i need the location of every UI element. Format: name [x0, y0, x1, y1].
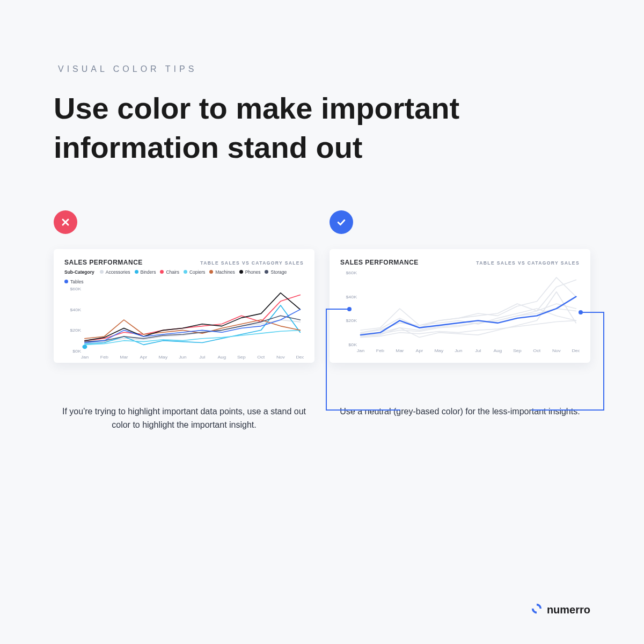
legend-item: Binders — [135, 269, 156, 275]
legend-label: Tables — [70, 279, 84, 284]
comparison-row: SALES PERFORMANCE TABLE SALES VS CATAGOR… — [54, 210, 590, 432]
right-chart-card: SALES PERFORMANCE TABLE SALES VS CATAGOR… — [330, 249, 590, 363]
right-caption: Use a neutral (grey-based color) for the… — [330, 405, 590, 419]
svg-text:Jan: Jan — [357, 348, 365, 353]
svg-text:Oct: Oct — [257, 354, 265, 359]
svg-text:Jan: Jan — [81, 354, 89, 359]
legend-swatch — [239, 270, 243, 274]
legend-item: Phones — [239, 269, 261, 275]
legend-label: Phones — [245, 269, 261, 275]
svg-text:$0K: $0K — [72, 348, 81, 353]
eyebrow-text: VISUAL COLOR TIPS — [58, 64, 590, 74]
good-badge — [330, 210, 353, 234]
svg-text:Feb: Feb — [100, 354, 109, 359]
svg-text:Dec: Dec — [296, 354, 304, 359]
svg-text:Jun: Jun — [455, 348, 463, 353]
svg-text:Mar: Mar — [396, 348, 404, 353]
legend-label: Binders — [141, 269, 156, 275]
legend-swatch — [209, 270, 213, 274]
legend-swatch — [160, 270, 164, 274]
legend-item: Storage — [265, 269, 287, 275]
brand-name: numerro — [547, 604, 590, 616]
svg-text:$60K: $60K — [346, 270, 357, 275]
line-chart: $0K$20K$40K$60KJanFebMarAprMayJunJulAugS… — [340, 269, 580, 354]
svg-text:$40K: $40K — [70, 307, 81, 312]
legend-swatch — [135, 270, 138, 274]
svg-text:Nov: Nov — [276, 354, 286, 359]
line-chart: $0K$20K$40K$60KJanFebMarAprMayJunJulAugS… — [64, 286, 304, 361]
chart-title: SALES PERFORMANCE — [64, 259, 143, 266]
left-column: SALES PERFORMANCE TABLE SALES VS CATAGOR… — [54, 210, 314, 432]
svg-text:Apr: Apr — [140, 354, 147, 359]
svg-text:$40K: $40K — [346, 294, 357, 299]
legend-swatch — [265, 270, 268, 274]
svg-text:Aug: Aug — [493, 348, 502, 353]
legend-label: Storage — [270, 269, 287, 275]
svg-text:Sep: Sep — [237, 354, 246, 359]
check-icon — [336, 217, 347, 228]
svg-text:Jun: Jun — [179, 354, 187, 359]
svg-text:Jul: Jul — [475, 348, 481, 353]
svg-text:Nov: Nov — [552, 348, 561, 353]
legend-item: Chairs — [160, 269, 179, 275]
left-chart-card: SALES PERFORMANCE TABLE SALES VS CATAGOR… — [54, 249, 314, 363]
legend: Sub-Category AccessoriesBindersChairsCop… — [64, 269, 304, 284]
legend-label: Chairs — [166, 269, 179, 275]
svg-text:Mar: Mar — [120, 354, 128, 359]
legend-item: Copiers — [184, 269, 205, 275]
svg-text:$20K: $20K — [70, 327, 81, 332]
legend-item: Machines — [209, 269, 235, 275]
chart-subtitle: TABLE SALES VS CATAGORY SALES — [476, 260, 580, 266]
chart-area: $0K$20K$40K$60KJanFebMarAprMayJunJulAugS… — [340, 269, 580, 354]
svg-point-18 — [82, 345, 87, 349]
svg-text:Sep: Sep — [513, 348, 522, 353]
svg-text:Oct: Oct — [533, 348, 541, 353]
brand-icon — [531, 603, 543, 617]
svg-text:$60K: $60K — [70, 286, 81, 291]
left-caption: If you're trying to highlight important … — [54, 405, 314, 432]
svg-text:Dec: Dec — [572, 348, 580, 353]
legend-label: Machines — [215, 269, 235, 275]
card-header: SALES PERFORMANCE TABLE SALES VS CATAGOR… — [340, 259, 580, 266]
legend-heading: Sub-Category — [64, 269, 94, 275]
legend-label: Copiers — [189, 269, 205, 275]
svg-text:May: May — [158, 354, 168, 359]
chart-title: SALES PERFORMANCE — [340, 259, 419, 266]
svg-text:$20K: $20K — [346, 318, 357, 323]
legend-swatch — [100, 270, 104, 274]
page: VISUAL COLOR TIPS Use color to make impo… — [0, 0, 644, 432]
svg-text:Jul: Jul — [199, 354, 206, 359]
legend-swatch — [184, 270, 187, 274]
svg-text:Aug: Aug — [217, 354, 226, 359]
svg-text:May: May — [434, 348, 444, 353]
legend-swatch — [64, 280, 68, 283]
page-title: Use color to make important information … — [54, 89, 537, 167]
chart-subtitle: TABLE SALES VS CATAGORY SALES — [200, 260, 304, 266]
bad-badge — [54, 210, 77, 234]
card-header: SALES PERFORMANCE TABLE SALES VS CATAGOR… — [64, 259, 304, 266]
cross-icon — [60, 217, 71, 228]
svg-text:Feb: Feb — [376, 348, 385, 353]
legend-item: Tables — [64, 279, 84, 284]
brand-logo: numerro — [531, 603, 590, 617]
legend-label: Accessories — [106, 269, 130, 275]
chart-area: $0K$20K$40K$60KJanFebMarAprMayJunJulAugS… — [64, 286, 304, 361]
svg-text:$0K: $0K — [348, 342, 357, 347]
right-column: SALES PERFORMANCE TABLE SALES VS CATAGOR… — [330, 210, 590, 419]
legend-item: Accessories — [100, 269, 130, 275]
svg-text:Apr: Apr — [415, 348, 423, 353]
